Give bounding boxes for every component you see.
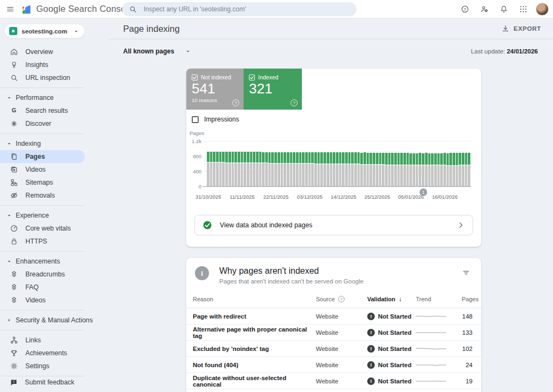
chart-bar[interactable]	[403, 153, 406, 186]
chart-bar[interactable]	[238, 152, 240, 186]
sidebar-item-core-web-vitals[interactable]: Core web vitals	[0, 222, 108, 235]
sidebar-item-pages[interactable]: Pages	[0, 150, 85, 163]
chart-bar[interactable]	[434, 153, 437, 186]
chart-bar[interactable]	[253, 152, 255, 186]
chart-bar[interactable]	[413, 153, 415, 186]
view-indexed-data-row[interactable]: View data about indexed pages	[194, 215, 473, 235]
chart-bar[interactable]	[397, 153, 400, 186]
col-source[interactable]: Source ?	[316, 296, 367, 302]
chart-bar[interactable]	[287, 152, 289, 186]
chart-bar[interactable]	[453, 153, 455, 186]
property-selector[interactable]: seotesting.com	[4, 24, 85, 38]
chart-bar[interactable]	[354, 152, 357, 186]
apps-grid-icon[interactable]	[516, 2, 530, 16]
user-settings-icon[interactable]	[477, 2, 491, 16]
chart-bar[interactable]	[284, 152, 286, 186]
chart-bar[interactable]	[358, 152, 360, 186]
chart-bar[interactable]	[302, 152, 305, 186]
chart-bar[interactable]	[382, 153, 385, 186]
chart-bar[interactable]	[247, 152, 249, 186]
reason-cell[interactable]: Alternative page with proper canonical t…	[193, 326, 316, 339]
col-trend[interactable]: Trend	[416, 296, 462, 302]
chart-bar[interactable]	[216, 152, 219, 186]
help-icon[interactable]: ?	[458, 2, 472, 16]
table-row[interactable]: Alternative page with proper canonical t…	[186, 325, 481, 341]
chart-bar[interactable]	[348, 152, 351, 186]
reason-cell[interactable]: Not found (404)	[193, 362, 316, 368]
sidebar-item-faq[interactable]: FAQ	[0, 281, 108, 294]
help-icon[interactable]: ?	[291, 99, 298, 106]
sidebar-section-security-manual-actions[interactable]: Security & Manual Actions	[0, 314, 108, 327]
chart-bar[interactable]	[385, 153, 388, 186]
table-row[interactable]: Duplicate without user-selected canonica…	[186, 373, 481, 389]
sidebar-item-search-results[interactable]: GSearch results	[0, 104, 108, 117]
not-indexed-toggle-card[interactable]: Not indexed 541 10 reasons ?	[186, 69, 244, 110]
export-button[interactable]: EXPORT	[498, 22, 544, 35]
chart-bar[interactable]	[323, 152, 326, 186]
sidebar-item-insights[interactable]: Insights	[0, 58, 108, 71]
sidebar-item-submit-feedback[interactable]: ! Submit feedback	[0, 376, 75, 389]
chart-bar[interactable]	[336, 152, 339, 186]
chart-bar[interactable]	[351, 152, 354, 186]
chart-bar[interactable]	[462, 153, 464, 186]
chart-bar[interactable]	[333, 152, 335, 186]
sidebar-section-enhancements[interactable]: Enhancements	[0, 255, 108, 268]
reason-cell[interactable]: Page with redirect	[193, 313, 316, 320]
chart-bar[interactable]	[431, 153, 434, 186]
table-row[interactable]: Excluded by 'noindex' tag Website ! Not …	[186, 341, 481, 357]
chart-bar[interactable]	[456, 153, 458, 186]
chart-bar[interactable]	[437, 153, 440, 186]
chart-bar[interactable]	[222, 152, 225, 186]
col-reason[interactable]: Reason	[193, 296, 316, 302]
chart-bar[interactable]	[234, 152, 237, 186]
sidebar-item-settings[interactable]: Settings	[0, 360, 108, 373]
chart-bar[interactable]	[296, 152, 299, 186]
table-row[interactable]: Page with redirect Website ! Not Started…	[186, 308, 481, 325]
chart-bar[interactable]	[244, 152, 246, 186]
col-pages[interactable]: Pages	[462, 296, 478, 302]
indexed-toggle-card[interactable]: Indexed 321 ?	[244, 69, 302, 110]
chart-bar[interactable]	[256, 152, 259, 186]
chart-bar[interactable]	[250, 152, 253, 186]
menu-icon[interactable]	[0, 0, 21, 18]
chart-bar[interactable]	[330, 152, 333, 186]
chart-bar[interactable]	[465, 153, 468, 186]
url-inspect-search[interactable]: Inspect any URL in 'seotesting.com'	[122, 2, 356, 16]
reason-cell[interactable]: Excluded by 'noindex' tag	[193, 346, 316, 352]
col-validation[interactable]: Validation ↓	[367, 295, 416, 303]
chart-bar[interactable]	[228, 152, 231, 186]
chart-bar[interactable]	[299, 152, 302, 186]
chart-bar[interactable]	[391, 153, 394, 186]
chart-bar[interactable]	[278, 152, 280, 186]
chart-bar[interactable]	[443, 153, 446, 186]
sidebar-item-links[interactable]: Links	[0, 334, 108, 347]
filter-icon[interactable]	[460, 266, 473, 285]
chart-bar[interactable]	[318, 152, 320, 186]
chart-bar[interactable]	[458, 153, 461, 186]
chart-bar[interactable]	[407, 153, 409, 186]
chart-bar[interactable]	[210, 152, 213, 186]
chart-bar[interactable]	[422, 153, 424, 186]
chart-bar[interactable]	[259, 152, 262, 186]
table-row[interactable]: Not found (404) Website ! Not Started 24	[186, 357, 481, 373]
chart-bar[interactable]	[419, 153, 421, 186]
chart-bar[interactable]	[379, 153, 382, 186]
chart-bar[interactable]	[409, 153, 412, 186]
help-icon[interactable]: ?	[338, 296, 345, 302]
sidebar-item-overview[interactable]: Overview	[0, 45, 108, 58]
chart-bar[interactable]	[416, 153, 419, 186]
chart-bar[interactable]	[342, 152, 345, 186]
chart-bar[interactable]	[339, 152, 342, 186]
chart-bar[interactable]	[293, 152, 295, 186]
chart-bar[interactable]	[360, 153, 363, 187]
sidebar-item-achievements[interactable]: Achievements	[0, 347, 108, 360]
chart-bar[interactable]	[311, 152, 314, 186]
chart-bar[interactable]	[373, 153, 375, 186]
avatar[interactable]	[536, 3, 549, 16]
chart-bar[interactable]	[449, 153, 452, 186]
chart-bar[interactable]	[327, 152, 329, 186]
sidebar-item-removals[interactable]: Removals	[0, 189, 108, 202]
sidebar-item-videos[interactable]: Videos	[0, 163, 108, 176]
sidebar-item-breadcrumbs[interactable]: Breadcrumbs	[0, 268, 108, 281]
help-icon[interactable]: ?	[232, 99, 239, 106]
